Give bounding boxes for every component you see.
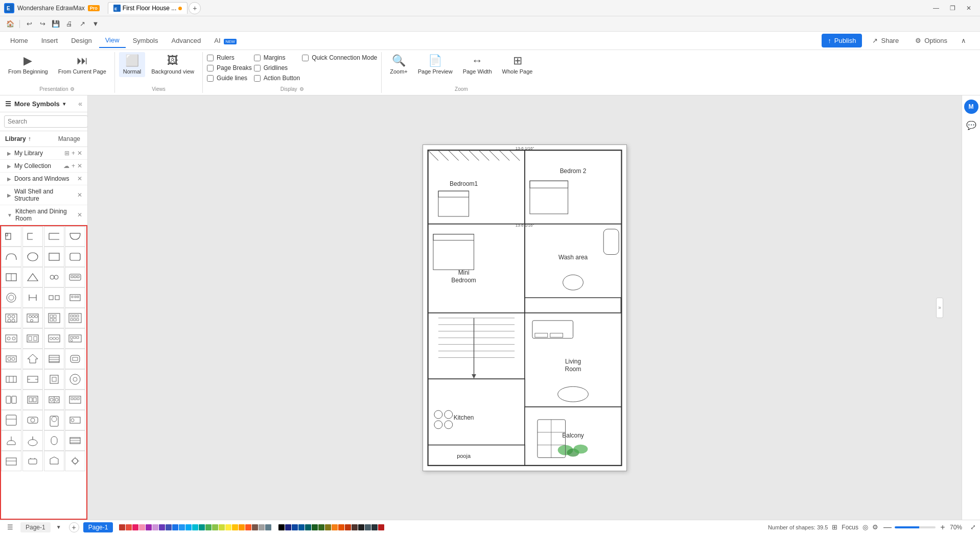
normal-view-button[interactable]: ⬜ Normal xyxy=(119,52,145,77)
symbol-cell[interactable] xyxy=(65,349,85,369)
symbol-cell[interactable] xyxy=(22,369,43,390)
color-swatch[interactable] xyxy=(139,524,145,530)
color-swatch[interactable] xyxy=(365,524,371,530)
color-swatch[interactable] xyxy=(265,524,271,530)
tab-symbols[interactable]: Symbols xyxy=(127,34,165,47)
minimize-button[interactable]: — xyxy=(929,3,943,13)
color-swatch[interactable] xyxy=(325,524,331,530)
color-swatch[interactable] xyxy=(119,524,125,530)
share-button[interactable]: ↗ Share xyxy=(866,34,905,47)
my-library-close-icon[interactable]: ✕ xyxy=(77,150,82,157)
symbol-cell[interactable] xyxy=(1,247,21,267)
tab-advanced[interactable]: Advanced xyxy=(165,34,207,47)
color-swatch[interactable] xyxy=(192,524,198,530)
my-collection-add-icon[interactable]: + xyxy=(72,162,75,169)
symbol-cell[interactable] xyxy=(44,349,64,369)
publish-button[interactable]: ↑ Publish xyxy=(822,34,862,47)
tab-view[interactable]: View xyxy=(99,33,126,48)
page-breaks-checkbox[interactable]: Page Breaks xyxy=(207,64,252,71)
gridlines-input[interactable] xyxy=(254,65,261,71)
guide-lines-checkbox[interactable]: Guide lines xyxy=(207,75,252,82)
print-button[interactable]: 🖨 xyxy=(63,18,75,30)
rulers-checkbox[interactable]: Rulers xyxy=(207,54,252,61)
sidebar-collapse-button[interactable]: « xyxy=(78,100,82,108)
color-swatch[interactable] xyxy=(212,524,218,530)
quick-connection-checkbox[interactable]: Quick Connection Mode xyxy=(302,54,377,61)
symbol-cell[interactable] xyxy=(22,226,43,247)
sidebar-item-doors-windows[interactable]: ▶ Doors and Windows ✕ xyxy=(0,173,87,185)
sidebar-item-my-collection[interactable]: ▶ My Collection ☁ + ✕ xyxy=(0,160,87,173)
zoom-in-button[interactable]: + xyxy=(938,522,948,532)
page-tab-inactive[interactable]: Page-1 xyxy=(20,522,51,532)
manage-button[interactable]: Manage xyxy=(56,134,82,143)
symbol-cell[interactable] xyxy=(22,410,43,430)
more-qab-button[interactable]: ▼ xyxy=(89,18,102,30)
color-swatch[interactable] xyxy=(126,524,132,530)
sidebar-item-wall-shell[interactable]: ▶ Wall Shell and Structure ✕ xyxy=(0,185,87,205)
page-breaks-input[interactable] xyxy=(207,65,214,71)
color-swatch[interactable] xyxy=(338,524,344,530)
save-button[interactable]: 💾 xyxy=(50,18,62,30)
symbol-cell[interactable] xyxy=(65,390,85,410)
symbol-cell[interactable] xyxy=(44,369,64,390)
symbol-cell[interactable] xyxy=(22,349,43,369)
my-library-grid-icon[interactable]: ⊞ xyxy=(64,150,69,157)
symbol-cell[interactable] xyxy=(65,308,85,328)
action-button-input[interactable] xyxy=(254,75,261,82)
canvas-collapse-right-button[interactable]: » xyxy=(936,298,943,318)
color-swatch[interactable] xyxy=(278,524,285,530)
symbol-cell[interactable] xyxy=(1,369,21,390)
symbol-cell[interactable] xyxy=(65,369,85,390)
home-qab-button[interactable]: 🏠 xyxy=(4,18,16,30)
color-swatch[interactable] xyxy=(292,524,298,530)
whole-page-button[interactable]: ⊞ Whole Page xyxy=(498,52,537,77)
color-swatch[interactable] xyxy=(352,524,358,530)
color-swatch[interactable] xyxy=(318,524,324,530)
options-button[interactable]: ⚙ Options xyxy=(909,34,953,47)
symbol-cell[interactable] xyxy=(44,430,64,451)
color-swatch[interactable] xyxy=(146,524,152,530)
doors-windows-close-icon[interactable]: ✕ xyxy=(77,175,82,182)
color-swatch[interactable] xyxy=(239,524,245,530)
symbol-cell[interactable] xyxy=(65,430,85,451)
hamburger-button[interactable]: ☰ xyxy=(4,521,16,533)
color-swatch[interactable] xyxy=(185,524,192,530)
zoom-out-button[interactable]: — xyxy=(882,522,893,532)
tab-home[interactable]: Home xyxy=(4,34,34,47)
color-swatch[interactable] xyxy=(378,524,384,530)
rulers-input[interactable] xyxy=(207,55,214,61)
search-input[interactable] xyxy=(4,115,88,128)
color-swatch[interactable] xyxy=(332,524,338,530)
settings-icon[interactable]: ⚙ xyxy=(872,523,878,531)
color-swatch[interactable] xyxy=(159,524,165,530)
margins-input[interactable] xyxy=(254,55,261,61)
color-swatch[interactable] xyxy=(205,524,212,530)
color-swatch[interactable] xyxy=(199,524,205,530)
add-page-button[interactable]: + xyxy=(69,522,79,532)
symbol-cell[interactable] xyxy=(44,308,64,328)
fullscreen-icon[interactable]: ⤢ xyxy=(970,523,976,531)
sidebar-item-my-library[interactable]: ▶ My Library ⊞ + ✕ xyxy=(0,147,87,160)
color-swatch[interactable] xyxy=(245,524,251,530)
color-swatch[interactable] xyxy=(358,524,364,530)
tab-insert[interactable]: Insert xyxy=(35,34,64,47)
guide-lines-input[interactable] xyxy=(207,75,214,82)
my-library-add-icon[interactable]: + xyxy=(72,150,75,157)
gridlines-checkbox[interactable]: Gridlines xyxy=(254,64,300,71)
symbol-cell[interactable] xyxy=(44,410,64,430)
maximize-button[interactable]: ❐ xyxy=(945,3,960,13)
symbol-cell[interactable] xyxy=(1,390,21,410)
new-tab-button[interactable]: + xyxy=(189,2,201,14)
symbol-cell[interactable] xyxy=(65,267,85,287)
symbol-cell[interactable] xyxy=(1,410,21,430)
color-swatch[interactable] xyxy=(371,524,378,530)
color-swatch[interactable] xyxy=(252,524,258,530)
undo-button[interactable]: ↩ xyxy=(23,18,35,30)
color-swatch[interactable] xyxy=(219,524,225,530)
color-swatch[interactable] xyxy=(166,524,172,530)
symbol-cell[interactable] xyxy=(22,451,43,471)
my-collection-close-icon[interactable]: ✕ xyxy=(77,162,82,169)
symbol-cell[interactable] xyxy=(44,247,64,267)
zoom-slider[interactable] xyxy=(895,526,936,528)
symbol-cell[interactable] xyxy=(44,287,64,308)
